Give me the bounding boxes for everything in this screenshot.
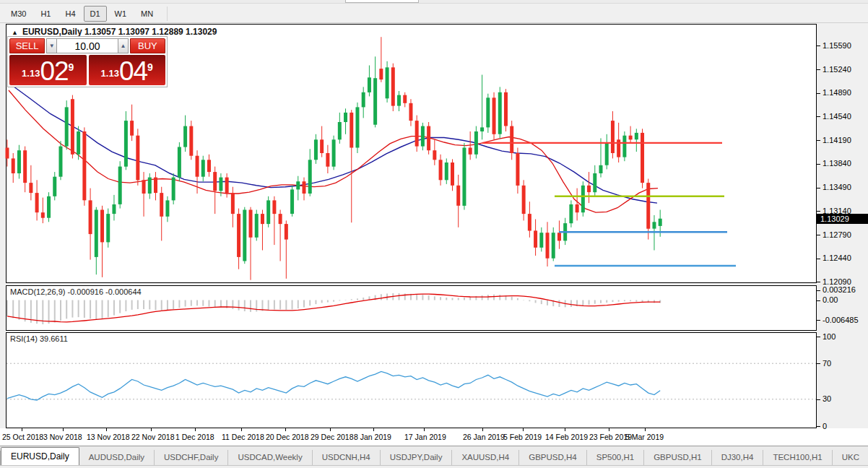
- current-price-badge: 1.13029: [817, 214, 868, 224]
- status-strip: [0, 465, 868, 468]
- axis-label: 1.13490: [823, 183, 851, 191]
- axis-tick: [817, 46, 820, 46]
- date-tick: [151, 428, 152, 431]
- tab-usdcnh-h4[interactable]: USDCNH,H4: [313, 450, 381, 465]
- axis-tick: [817, 337, 820, 337]
- axis-label: 1.15590: [823, 41, 851, 50]
- tab-sp500-h1[interactable]: SP500,H1: [587, 450, 644, 465]
- tab-usdchf-daily[interactable]: USDCHF,Daily: [155, 450, 228, 465]
- axis-label: 30: [823, 394, 831, 403]
- tab-gbpusd-h1[interactable]: GBPUSD,H1: [644, 450, 711, 465]
- date-label: 25 Oct 2018: [2, 433, 43, 441]
- axis-tick: [817, 164, 820, 165]
- date-tick: [330, 428, 331, 431]
- timeframe-button-m30[interactable]: M30: [4, 6, 32, 22]
- date-label: 5 Mar 2019: [625, 433, 664, 441]
- timeframe-button-mn[interactable]: MN: [134, 6, 160, 22]
- timeframe-button-h1[interactable]: H1: [34, 6, 57, 22]
- axis-tick: [817, 188, 820, 188]
- date-tick: [482, 428, 483, 431]
- symbol-tab-bar: EURUSD,DailyAUDUSD,DailyUSDCHF,DailyUSDC…: [0, 446, 868, 465]
- axis-tick: [817, 282, 820, 282]
- date-label: 20 Dec 2018: [266, 433, 309, 441]
- axis-label: 0.003216: [823, 285, 856, 294]
- date-tick: [285, 428, 286, 431]
- tab-usdcad-weekly[interactable]: USDCAD,Weekly: [228, 450, 312, 465]
- date-label: 11 Dec 2018: [222, 433, 264, 441]
- tab-audusd-daily[interactable]: AUDUSD,Daily: [79, 450, 155, 465]
- ask-big-digits: 04: [119, 59, 147, 83]
- date-tick: [106, 428, 107, 431]
- ask-price-tile[interactable]: 1.13049: [89, 55, 166, 85]
- macd-indicator-label: MACD(12,26,9) -0.000916 -0.000644: [10, 287, 142, 296]
- toolbar-separator: [167, 6, 168, 21]
- date-label: 1 Dec 2018: [175, 433, 214, 441]
- sell-button[interactable]: SELL: [9, 38, 45, 53]
- symbol-ohlc-text: EURUSD,Daily 1.13057 1.13097 1.12889 1.1…: [22, 27, 217, 37]
- axis-label: 1.14190: [823, 136, 851, 144]
- axis-label: 1.14540: [823, 112, 851, 121]
- date-tick: [645, 428, 646, 431]
- volume-increase-button[interactable]: ▲: [118, 38, 129, 53]
- time-scale: 25 Oct 20183 Nov 201813 Nov 201822 Nov 2…: [0, 428, 868, 446]
- date-label: 29 Dec 2018: [311, 433, 354, 441]
- date-label: 22 Nov 2018: [131, 433, 175, 441]
- timeframe-button-h4[interactable]: H4: [58, 6, 82, 22]
- date-tick: [565, 428, 565, 431]
- date-tick: [373, 428, 374, 431]
- symbol-dropdown-remnant: [345, 0, 419, 3]
- ask-pip-digit: 9: [147, 61, 153, 73]
- chart-symbol-header: ▲EURUSD,Daily 1.13057 1.13097 1.12889 1.…: [12, 27, 217, 37]
- axis-tick: [817, 235, 820, 235]
- axis-tick: [817, 290, 820, 291]
- date-label: 26 Jan 2019: [463, 433, 505, 441]
- axis-tick: [817, 116, 820, 117]
- rsi-indicator-label: RSI(14) 39.6611: [10, 334, 68, 343]
- date-label: 17 Jan 2019: [404, 433, 446, 441]
- timeframe-toolbar: M30H1H4D1W1MN: [0, 4, 868, 23]
- date-label: 14 Feb 2019: [545, 433, 588, 441]
- date-tick: [241, 428, 242, 431]
- axis-label: 0: [823, 422, 827, 430]
- timeframe-button-d1[interactable]: D1: [84, 6, 107, 22]
- collapse-arrow-icon[interactable]: ▲: [12, 29, 18, 36]
- date-label: 3 Nov 2018: [43, 433, 82, 441]
- axis-tick: [817, 399, 820, 400]
- date-tick: [195, 428, 196, 431]
- axis-tick: [817, 259, 820, 259]
- tab-eurusd-daily[interactable]: EURUSD,Daily: [1, 447, 79, 465]
- buy-button[interactable]: BUY: [130, 38, 165, 53]
- axis-label: 1.15240: [823, 65, 851, 74]
- bid-price-tile[interactable]: 1.13029: [9, 55, 87, 85]
- axis-label: 1.12440: [823, 254, 851, 262]
- date-label: 13 Nov 2018: [87, 433, 130, 441]
- axis-label: 0.00: [823, 295, 838, 304]
- tab-usdjpy-daily[interactable]: USDJPY,Daily: [381, 450, 453, 465]
- tab-tech100-h1[interactable]: TECH100,H1: [763, 450, 832, 465]
- tab-xauusd-h4[interactable]: XAUUSD,H4: [452, 450, 519, 465]
- timeframe-button-w1[interactable]: W1: [108, 6, 134, 22]
- bid-prefix: 1.13: [22, 64, 40, 83]
- tab-gbpusd-h4[interactable]: GBPUSD,H4: [519, 450, 586, 465]
- axis-tick: [817, 300, 820, 301]
- date-tick: [609, 428, 609, 431]
- date-tick: [424, 428, 425, 431]
- tab-dj30-h4[interactable]: DJ30,H4: [712, 450, 764, 465]
- rsi-panel[interactable]: [6, 332, 817, 428]
- axis-label: 1.12790: [823, 230, 851, 239]
- one-click-trade-panel: SELL ▼ ▲ BUY 1.13029 1.13049: [7, 36, 168, 87]
- axis-label: -0.006485: [823, 316, 859, 324]
- volume-decrease-button[interactable]: ▼: [46, 38, 57, 53]
- ask-prefix: 1.13: [101, 64, 119, 83]
- axis-label: 1.14890: [823, 88, 851, 97]
- axis-tick: [817, 140, 820, 141]
- volume-input[interactable]: [57, 38, 118, 53]
- axis-tick: [817, 93, 820, 94]
- date-tick: [63, 428, 64, 431]
- bid-pip-digit: 9: [69, 61, 74, 73]
- axis-tick: [817, 69, 820, 70]
- date-tick: [523, 428, 524, 431]
- tab-ukc[interactable]: UKC: [833, 450, 868, 465]
- axis-label: 1.13840: [823, 159, 851, 168]
- date-tick: [22, 428, 22, 431]
